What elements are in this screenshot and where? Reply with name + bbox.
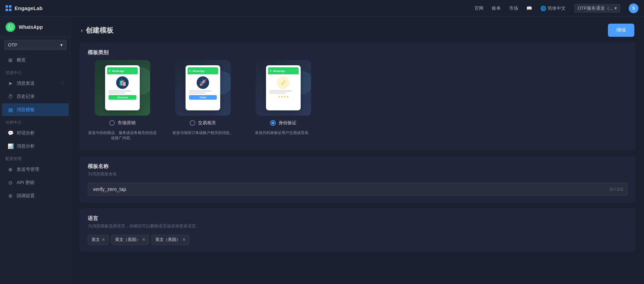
sidebar-item-label: 消息模板 — [17, 107, 63, 113]
sidebar: WhatsApp OTP ▾ ⊞ 概览 消息中心 ➤ 消息发送 › ⏱ 历史记录… — [0, 17, 71, 284]
whatsapp-icon — [6, 22, 15, 32]
mock-stars: ★ ★ ★ ★ — [269, 95, 297, 98]
language-tags: 英文 × 英文（英国） × 英文（美国） × — [88, 235, 627, 245]
language-label: 简体中文 — [548, 5, 566, 11]
nav-link-market[interactable]: 市场 — [509, 5, 518, 11]
avatar[interactable]: S — [629, 3, 638, 13]
char-count: 15 / 512 — [609, 187, 623, 191]
chat-icon: 💬 — [8, 130, 13, 136]
otp-selector-value: OTP — [8, 42, 17, 48]
transaction-radio-row: 交易相关 — [190, 120, 216, 126]
sidebar-brand-name: WhatsApp — [19, 24, 43, 30]
template-icon: ▤ — [8, 107, 13, 112]
transaction-desc: 发送与现有订单或账户相关的消息。 — [172, 130, 233, 135]
template-name-title: 模板名称 — [88, 163, 627, 170]
chevron-down-icon: ▾ — [60, 42, 63, 48]
sidebar-item-message-send[interactable]: ➤ 消息发送 › — [2, 77, 69, 90]
template-name-subtitle: 为消息模板命名 — [88, 171, 627, 177]
sidebar-item-sender-management[interactable]: ⊕ 发送号管理 — [2, 163, 69, 176]
sidebar-section-config: 配置管理 — [0, 153, 71, 163]
transaction-mock-phone: WhatsApp 🚀 Order — [186, 65, 220, 110]
auth-desc: 发送代码来验证用户交易或登录。 — [255, 130, 312, 135]
marketing-desc: 发送与你的商品、服务或业务相关的信息或推广内容。 — [88, 130, 157, 141]
lang-tag-en-us-label: 英文（美国） — [155, 237, 180, 243]
sidebar-item-label: 回调设置 — [17, 193, 63, 199]
avatar-initial: S — [632, 6, 635, 11]
sidebar-item-callback[interactable]: ⊚ 回调设置 — [2, 190, 69, 202]
content-area: ‹ 创建模板 继续 模板类别 WhatsApp — [71, 17, 644, 284]
auth-radio-row: 身份验证 — [270, 120, 297, 126]
lang-tag-en: 英文 × — [88, 235, 109, 245]
sidebar-item-conversation-analysis[interactable]: 💬 对话分析 — [2, 127, 69, 139]
auth-radio[interactable] — [270, 120, 276, 126]
content-header: ‹ 创建模板 继续 — [71, 17, 644, 42]
sidebar-item-label: 发送号管理 — [17, 166, 63, 173]
lang-tag-en-us: 英文（美国） × — [152, 235, 189, 245]
channel-label: OTP服务通道（... — [577, 5, 613, 11]
send-icon: ➤ — [8, 81, 13, 86]
sidebar-item-message-analysis[interactable]: 📊 消息分析 — [2, 140, 69, 152]
sidebar-item-label: 对话分析 — [17, 130, 63, 136]
language-selector[interactable]: 🌐 简体中文 — [540, 5, 566, 11]
page-title-text: 创建模板 — [86, 26, 113, 35]
sidebar-item-label: 概览 — [17, 57, 63, 63]
transaction-card-image: WhatsApp 🚀 Order — [175, 60, 231, 116]
top-nav: EngageLab 官网 账单 市场 📖 🌐 简体中文 OTP服务通道（... … — [0, 0, 644, 17]
language-subtitle: 为消息模板选择语言，你稍后可以删除语言或添加更多语言。 — [88, 223, 627, 229]
nav-link-billing[interactable]: 账单 — [492, 5, 501, 11]
marketing-card-image: WhatsApp 🛍️ Discount — [95, 60, 150, 116]
otp-selector[interactable]: OTP ▾ — [4, 40, 67, 50]
sidebar-item-api-key[interactable]: ⊙ API 密钥 — [2, 176, 69, 189]
template-name-input[interactable] — [88, 183, 627, 196]
lang-tag-en-us-close[interactable]: × — [182, 237, 185, 242]
template-category-title: 模板类别 — [88, 49, 627, 56]
sender-icon: ⊕ — [8, 167, 13, 172]
key-icon: ⊙ — [8, 180, 13, 185]
sidebar-item-label: API 密钥 — [17, 179, 63, 186]
logo: EngageLab — [6, 5, 43, 11]
template-cards: WhatsApp 🛍️ Discount — [88, 57, 627, 144]
logo-text: EngageLab — [15, 5, 43, 11]
template-name-section: 模板名称 为消息模板命名 15 / 512 — [79, 156, 636, 203]
auth-mock-phone: WhatsApp ✓ — [266, 65, 301, 110]
callback-icon: ⊚ — [8, 193, 13, 199]
template-card-auth[interactable]: WhatsApp ✓ — [249, 60, 318, 141]
lang-tag-en-label: 英文 — [92, 237, 100, 243]
back-arrow[interactable]: ‹ — [81, 27, 83, 34]
sidebar-item-overview[interactable]: ⊞ 概览 — [2, 54, 69, 66]
sidebar-item-message-template[interactable]: ▤ 消息模板 — [2, 103, 69, 116]
lang-tag-en-gb-close[interactable]: × — [142, 237, 145, 242]
template-card-transaction[interactable]: WhatsApp 🚀 Order — [168, 60, 238, 141]
transaction-label: 交易相关 — [198, 120, 216, 126]
chevron-down-icon: ▾ — [615, 6, 617, 11]
history-icon: ⏱ — [8, 94, 13, 99]
main-layout: WhatsApp OTP ▾ ⊞ 概览 消息中心 ➤ 消息发送 › ⏱ 历史记录… — [0, 17, 644, 284]
lang-tag-en-close[interactable]: × — [102, 237, 105, 242]
nav-link-official[interactable]: 官网 — [474, 5, 483, 11]
auth-label: 身份验证 — [278, 120, 297, 126]
marketing-mock-phone: WhatsApp 🛍️ Discount — [105, 65, 140, 110]
continue-button[interactable]: 继续 — [608, 24, 634, 37]
auth-card-image: WhatsApp ✓ — [256, 60, 311, 116]
marketing-radio-row: 市场营销 — [109, 120, 136, 126]
sidebar-item-label: 消息发送 — [17, 80, 59, 86]
chevron-right-icon: › — [62, 82, 63, 85]
marketing-radio[interactable] — [109, 120, 115, 126]
language-section: 语言 为消息模板选择语言，你稍后可以删除语言或添加更多语言。 英文 × 英文（英… — [79, 208, 636, 252]
channel-selector[interactable]: OTP服务通道（... ▾ — [574, 4, 620, 13]
chart-icon: 📊 — [8, 143, 13, 149]
transaction-radio[interactable] — [190, 120, 195, 126]
sidebar-section-analysis-center: 分析中心 — [0, 116, 71, 126]
mock-order-btn: Order — [189, 95, 217, 100]
globe-icon: 🌐 — [540, 6, 546, 11]
lang-tag-en-gb: 英文（英国） × — [111, 235, 149, 245]
top-nav-right: 官网 账单 市场 📖 🌐 简体中文 OTP服务通道（... ▾ S — [474, 3, 638, 13]
language-title: 语言 — [88, 215, 627, 222]
template-category-section: 模板类别 WhatsApp — [79, 42, 636, 151]
sidebar-section-message-center: 消息中心 — [0, 67, 71, 77]
book-icon[interactable]: 📖 — [526, 6, 532, 11]
sidebar-brand: WhatsApp — [0, 17, 71, 36]
sidebar-item-history[interactable]: ⏱ 历史记录 — [2, 90, 69, 103]
template-card-marketing[interactable]: WhatsApp 🛍️ Discount — [88, 60, 157, 141]
sidebar-item-label: 消息分析 — [17, 143, 63, 149]
